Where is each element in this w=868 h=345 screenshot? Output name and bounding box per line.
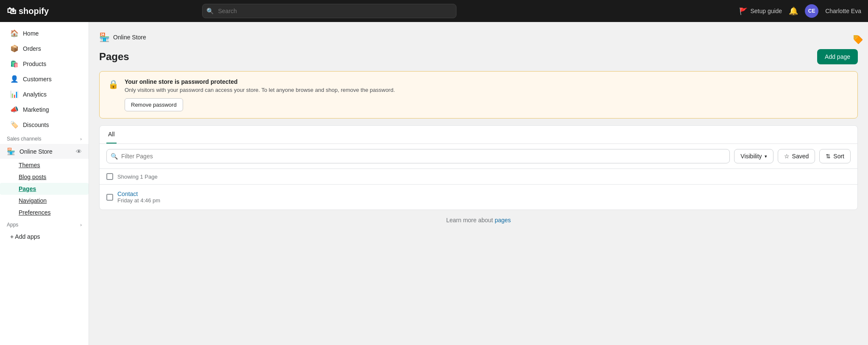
sidebar-sub-item-blog-posts[interactable]: Blog posts (0, 171, 89, 183)
setup-guide-link[interactable]: 🚩 Setup guide (739, 7, 782, 15)
avatar-initials: CE (808, 8, 815, 14)
remove-password-button[interactable]: Remove password (125, 98, 183, 111)
eye-icon[interactable]: 👁 (76, 148, 82, 155)
banner-title: Your online store is password protected (125, 78, 849, 85)
page-title: Pages (99, 51, 129, 63)
sales-channels-section: Sales channels › (0, 132, 89, 144)
filter-input-wrap: 🔍 (106, 149, 730, 163)
chevron-right-icon-apps[interactable]: › (80, 222, 82, 227)
page-name-link[interactable]: Contact (117, 190, 160, 197)
visibility-filter-button[interactable]: Visibility ▾ (734, 149, 773, 163)
sidebar-item-products[interactable]: 🛍️ Products (3, 56, 85, 71)
logo[interactable]: 🛍 shopify (7, 6, 58, 17)
main-content: 🏪 Online Store 🔶 Pages Add page 🔒 Your o… (89, 22, 868, 345)
shopify-logo-icon: 🛍 (7, 6, 16, 17)
showing-count: Showing 1 Page (117, 174, 158, 180)
banner-description: Only visitors with your password can acc… (125, 87, 849, 93)
top-nav: 🛍 shopify 🔍 🚩 Setup guide 🔔 CE Charlotte… (0, 0, 868, 22)
analytics-icon: 📊 (10, 90, 19, 98)
search-input[interactable] (202, 4, 456, 18)
discounts-icon: 🏷️ (10, 121, 19, 129)
breadcrumb: 🏪 Online Store 🔶 (99, 32, 858, 42)
learn-more-text: Learn more about (446, 217, 495, 224)
pages-learn-more-link[interactable]: pages (495, 217, 511, 224)
sidebar: 🏠 Home 📦 Orders 🛍️ Products 👤 Customers … (0, 22, 89, 345)
flag-icon: 🚩 (739, 7, 748, 15)
sidebar-item-marketing[interactable]: 📣 Marketing (3, 102, 85, 117)
sidebar-item-label: Discounts (23, 121, 49, 128)
customers-icon: 👤 (10, 75, 19, 83)
page-title-row: Pages Add page (99, 49, 858, 64)
setup-guide-label: Setup guide (750, 8, 782, 14)
add-apps-label: + Add apps (10, 233, 40, 240)
table-row: Contact Friday at 4:46 pm (100, 185, 857, 210)
apps-section: Apps › (0, 218, 89, 229)
filter-pages-input[interactable] (106, 149, 730, 163)
sidebar-sub-item-preferences[interactable]: Preferences (0, 207, 89, 218)
visibility-label: Visibility (740, 153, 762, 160)
sidebar-item-label: Products (23, 61, 46, 67)
row-content: Contact Friday at 4:46 pm (117, 190, 160, 204)
layout: 🏠 Home 📦 Orders 🛍️ Products 👤 Customers … (0, 22, 868, 345)
table-header: Showing 1 Page (100, 169, 857, 185)
page-date: Friday at 4:46 pm (117, 197, 160, 204)
password-banner: 🔒 Your online store is password protecte… (99, 71, 858, 119)
store-breadcrumb-icon: 🏪 (99, 32, 110, 42)
sidebar-item-orders[interactable]: 📦 Orders (3, 41, 85, 56)
sort-button[interactable]: ⇅ Sort (819, 149, 851, 163)
sidebar-item-label: Marketing (23, 106, 49, 113)
search-icon: 🔍 (206, 8, 214, 14)
chevron-down-icon: ▾ (765, 154, 767, 159)
saved-label: Saved (792, 153, 809, 160)
avatar: CE (805, 4, 818, 18)
notification-bell-icon[interactable]: 🔔 (789, 6, 798, 16)
nav-right: 🚩 Setup guide 🔔 CE Charlotte Eva (739, 4, 861, 18)
tab-all[interactable]: All (106, 126, 117, 144)
home-icon: 🏠 (10, 29, 19, 37)
online-store-label: Online Store (19, 148, 53, 155)
pages-card: All 🔍 Visibility ▾ ☆ Saved ⇅ Sort (99, 125, 858, 210)
user-name: Charlotte Eva (825, 8, 861, 14)
row-checkbox[interactable] (106, 194, 113, 201)
sidebar-sub-item-pages[interactable]: Pages (0, 183, 89, 195)
orders-icon: 📦 (10, 44, 19, 52)
logo-text: shopify (19, 6, 49, 16)
breadcrumb-store-name: Online Store (113, 34, 146, 41)
sidebar-item-label: Orders (23, 45, 41, 52)
select-all-checkbox[interactable] (106, 173, 113, 180)
add-apps-item[interactable]: + Add apps (3, 230, 85, 243)
add-page-button[interactable]: Add page (817, 49, 858, 64)
sidebar-item-online-store[interactable]: 🏪 Online Store 👁 (0, 144, 89, 159)
sidebar-sub-item-themes[interactable]: Themes (0, 159, 89, 171)
sales-channels-label: Sales channels (7, 136, 41, 142)
saved-button[interactable]: ☆ Saved (778, 149, 815, 163)
filter-search-icon: 🔍 (111, 153, 118, 160)
notification-orange-dot: 🔶 (854, 35, 858, 39)
marketing-icon: 📣 (10, 105, 19, 113)
sidebar-item-label: Analytics (23, 91, 47, 98)
sidebar-item-analytics[interactable]: 📊 Analytics (3, 87, 85, 102)
sidebar-sub-item-navigation[interactable]: Navigation (0, 195, 89, 207)
lock-icon: 🔒 (108, 79, 119, 89)
online-store-icon: 🏪 (7, 147, 15, 155)
learn-more-footer: Learn more about pages (99, 210, 858, 230)
star-icon: ☆ (784, 153, 790, 160)
banner-content: Your online store is password protected … (125, 78, 849, 111)
chevron-right-icon[interactable]: › (80, 136, 82, 141)
sidebar-item-label: Home (23, 30, 39, 37)
sort-label: Sort (833, 153, 844, 160)
search-wrap: 🔍 (202, 4, 456, 18)
products-icon: 🛍️ (10, 60, 19, 68)
sidebar-item-label: Customers (23, 76, 52, 83)
tab-bar: All (100, 126, 857, 144)
apps-label: Apps (7, 222, 18, 228)
sidebar-item-home[interactable]: 🏠 Home (3, 26, 85, 41)
sort-icon: ⇅ (826, 153, 831, 160)
sidebar-item-customers[interactable]: 👤 Customers (3, 72, 85, 86)
filter-row: 🔍 Visibility ▾ ☆ Saved ⇅ Sort (100, 144, 857, 169)
sidebar-item-discounts[interactable]: 🏷️ Discounts (3, 117, 85, 132)
